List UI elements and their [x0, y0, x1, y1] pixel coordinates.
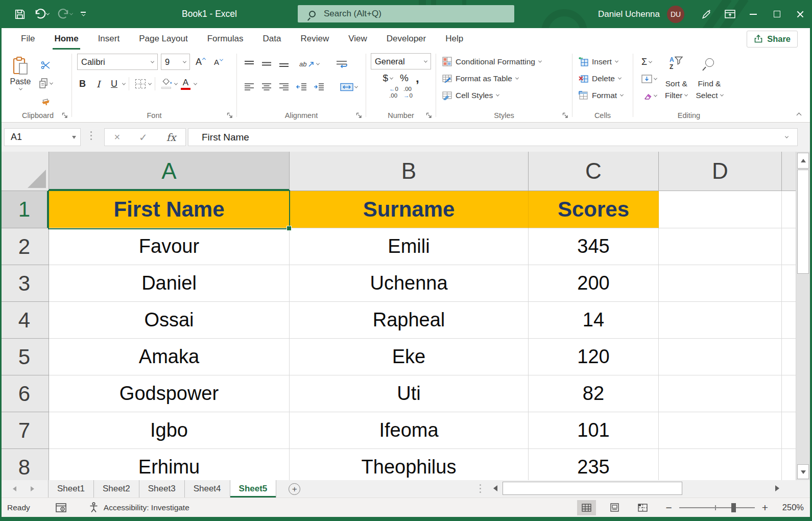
cell[interactable]: Ossai: [49, 302, 290, 339]
row-header-1[interactable]: 1: [0, 191, 49, 228]
editing-mode-pen-button[interactable]: [695, 0, 718, 28]
previous-sheet-icon[interactable]: [10, 486, 16, 491]
column-header-c[interactable]: C: [529, 152, 659, 191]
clear-button[interactable]: [641, 89, 657, 102]
top-align-button[interactable]: [241, 55, 257, 73]
sheet-tab-sheet4[interactable]: Sheet4: [185, 480, 230, 498]
fill-color-dropdown-icon[interactable]: [174, 81, 178, 85]
cell[interactable]: 14: [529, 302, 659, 339]
conditional-formatting-button[interactable]: Conditional Formatting: [436, 53, 572, 70]
increase-font-size-button[interactable]: A: [193, 53, 208, 70]
wrap-text-button[interactable]: [333, 55, 350, 73]
horizontal-scrollbar-thumb[interactable]: [503, 482, 682, 495]
ribbon-display-options-button[interactable]: [718, 0, 742, 28]
zoom-in-button[interactable]: +: [762, 502, 768, 514]
borders-dropdown-icon[interactable]: [148, 81, 152, 85]
tab-data[interactable]: Data: [253, 28, 291, 50]
vertical-scrollbar-thumb[interactable]: [797, 170, 809, 274]
cell[interactable]: Uchenna: [290, 265, 529, 302]
select-all-button[interactable]: [0, 152, 49, 191]
italic-button[interactable]: I: [91, 75, 106, 92]
cell[interactable]: [782, 302, 796, 339]
scroll-right-icon[interactable]: [775, 485, 782, 491]
cell[interactable]: 101: [529, 412, 659, 449]
tab-formulas[interactable]: Formulas: [198, 28, 253, 50]
tab-help[interactable]: Help: [436, 28, 473, 50]
align-right-button[interactable]: [276, 78, 292, 96]
search-box[interactable]: Search (Alt+Q): [298, 5, 514, 22]
fill-button[interactable]: [641, 72, 657, 85]
comma-style-button[interactable]: ,: [416, 76, 419, 81]
insert-cells-button[interactable]: Insert: [572, 53, 633, 70]
delete-cells-button[interactable]: Delete: [572, 70, 633, 87]
cell[interactable]: 200: [529, 265, 659, 302]
sheet-tab-sheet2[interactable]: Sheet2: [94, 480, 139, 498]
user-avatar[interactable]: DU: [667, 6, 684, 23]
name-box-dropdown-icon[interactable]: [72, 136, 76, 141]
column-header-a[interactable]: A: [49, 152, 290, 191]
zoom-slider-thumb[interactable]: [731, 503, 736, 512]
font-dialog-launcher[interactable]: [227, 112, 233, 119]
accessibility-status[interactable]: Accessibility: Investigate: [89, 502, 189, 513]
row-header[interactable]: 3: [0, 265, 49, 302]
share-button[interactable]: Share: [747, 31, 798, 48]
merge-center-button[interactable]: [340, 78, 357, 96]
font-color-dropdown-icon[interactable]: [194, 81, 197, 85]
row-header[interactable]: 4: [0, 302, 49, 339]
tab-developer[interactable]: Developer: [377, 28, 436, 50]
copy-button[interactable]: [39, 77, 53, 89]
close-button[interactable]: [789, 0, 812, 28]
cell[interactable]: Favour: [49, 228, 290, 265]
row-header[interactable]: 7: [0, 412, 49, 449]
qat-customize-button[interactable]: [77, 4, 90, 25]
borders-button[interactable]: [133, 75, 148, 92]
undo-button[interactable]: [30, 4, 53, 25]
cell[interactable]: [782, 449, 796, 480]
scroll-up-button[interactable]: [797, 153, 809, 169]
cell[interactable]: [659, 265, 782, 302]
row-header[interactable]: 5: [0, 339, 49, 375]
cell[interactable]: Rapheal: [290, 302, 529, 339]
redo-button[interactable]: [53, 4, 77, 25]
format-painter-button[interactable]: [39, 95, 53, 107]
normal-view-button[interactable]: [577, 500, 596, 515]
autosum-button[interactable]: Σ: [641, 55, 657, 68]
font-name-combo[interactable]: Calibri: [77, 54, 158, 70]
row-header[interactable]: 8: [0, 449, 49, 480]
macro-record-button[interactable]: [56, 503, 66, 512]
cell[interactable]: [659, 228, 782, 265]
cut-button[interactable]: [39, 59, 53, 72]
tab-file[interactable]: File: [11, 28, 44, 50]
next-sheet-icon[interactable]: [31, 486, 37, 491]
number-format-combo[interactable]: General: [371, 53, 431, 69]
cell[interactable]: [659, 191, 782, 228]
cell[interactable]: Eke: [290, 339, 529, 375]
column-header-partial[interactable]: [782, 152, 796, 191]
cancel-icon[interactable]: ×: [114, 131, 120, 143]
increase-decimal-button[interactable]: ←0.00: [389, 86, 398, 99]
fill-handle[interactable]: [286, 226, 292, 231]
cell[interactable]: Emili: [290, 228, 529, 265]
bottom-align-button[interactable]: [276, 55, 292, 73]
orientation-button[interactable]: ab: [299, 55, 319, 73]
scroll-down-button[interactable]: [797, 464, 809, 479]
cell[interactable]: 120: [529, 339, 659, 375]
cell[interactable]: Igbo: [49, 412, 290, 449]
cell[interactable]: 82: [529, 375, 659, 412]
formula-bar-drag-handle[interactable]: [90, 131, 92, 140]
underline-button[interactable]: U: [107, 75, 122, 92]
cell[interactable]: Daniel: [49, 265, 290, 302]
cell[interactable]: Godspower: [49, 375, 290, 412]
page-break-preview-button[interactable]: [633, 500, 652, 515]
page-layout-view-button[interactable]: [605, 500, 624, 515]
row-header[interactable]: 6: [0, 375, 49, 412]
cell[interactable]: [659, 339, 782, 375]
percent-style-button[interactable]: %: [400, 73, 409, 84]
increase-indent-button[interactable]: [311, 78, 327, 96]
cell-styles-button[interactable]: Cell Styles: [436, 87, 572, 104]
sheet-tab-sheet3[interactable]: Sheet3: [139, 480, 185, 498]
align-left-button[interactable]: [241, 78, 257, 96]
center-button[interactable]: [258, 78, 275, 96]
bold-button[interactable]: B: [75, 75, 90, 92]
zoom-level[interactable]: 250%: [778, 503, 804, 512]
